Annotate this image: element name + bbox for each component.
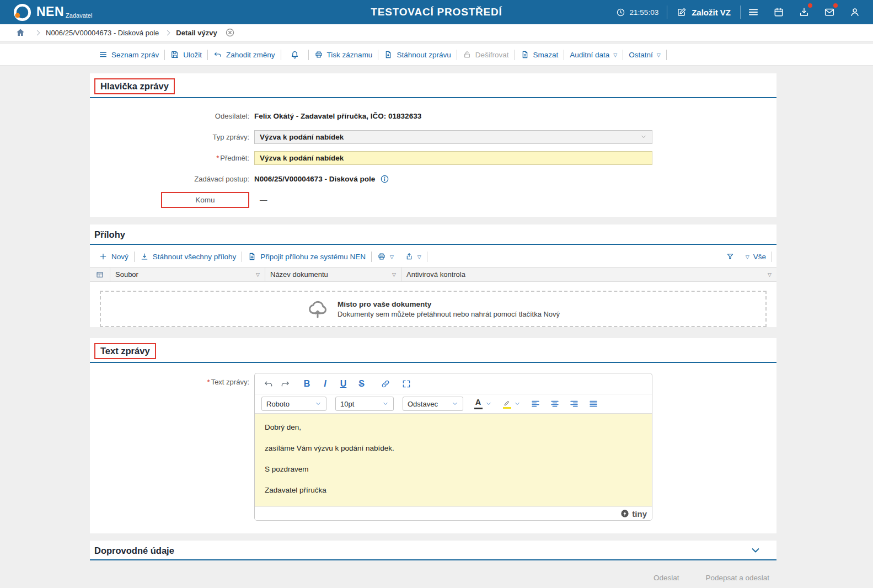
breadcrumb: N006/25/V00004673 - Disková pole Detail … [0, 24, 873, 41]
attachments-table-header: Soubor▽ Název dokumentu▽ Antivirová kont… [90, 267, 776, 282]
text-zpravy-label: Text zprávy: [211, 378, 249, 386]
novy-button[interactable]: Nový [93, 252, 134, 261]
predmet-input[interactable]: Výzva k podání nabídek [254, 151, 652, 165]
predmet-label: Předmět: [220, 154, 249, 162]
plus-icon [99, 252, 108, 261]
downloads-button[interactable] [791, 6, 817, 19]
font-family-select[interactable]: Roboto [261, 397, 326, 411]
editor-redo-button[interactable] [277, 377, 293, 391]
toolbar-band: Seznam zpráv Uložit Zahodit změny Tisk z… [0, 44, 873, 66]
ostatni-button[interactable]: Ostatní▽ [623, 51, 666, 59]
underline-button[interactable]: U [334, 379, 352, 389]
unlock-icon [463, 50, 472, 59]
bold-button[interactable]: B [298, 379, 316, 389]
calendar-button[interactable] [766, 6, 791, 19]
home-icon [15, 28, 25, 38]
pripojit-prilohu-button[interactable]: Připojit přílohu ze systému NEN [242, 252, 371, 261]
tiny-logo-icon [620, 509, 629, 518]
stahnout-zpravu-button[interactable]: Stáhnout zprávu [378, 50, 456, 59]
justify-button[interactable] [588, 397, 599, 411]
messages-button[interactable] [817, 6, 842, 19]
column-filter-icon[interactable]: ▽ [392, 272, 396, 277]
column-filter-icon[interactable]: ▽ [768, 272, 772, 277]
typ-zpravy-select[interactable]: Výzva k podání nabídek [254, 130, 652, 144]
editor-toolbar-primary: B I U S [255, 373, 652, 394]
italic-button[interactable]: I [316, 379, 334, 389]
editor-undo-button[interactable] [260, 377, 277, 391]
clock-value: 21:55:03 [630, 8, 659, 17]
close-tab-button[interactable] [222, 26, 238, 39]
column-header-nazev: Název dokumentu▽ [265, 268, 401, 281]
editor-content-area[interactable]: Dobrý den, zasíláme Vám výzvu k podání n… [255, 414, 652, 506]
font-size-select[interactable]: 10pt [335, 397, 394, 411]
fullscreen-button[interactable] [398, 377, 415, 391]
stahnout-vsechny-button[interactable]: Stáhnout všechny přílohy [135, 252, 242, 261]
align-right-button[interactable] [569, 397, 580, 411]
printer-icon [314, 50, 323, 59]
printer-icon [377, 252, 386, 261]
highlight-color-button[interactable] [502, 399, 521, 409]
table-options-button[interactable] [90, 268, 110, 281]
text-color-button[interactable]: A [473, 398, 492, 409]
section-title-prilohy: Přílohy [94, 229, 125, 239]
server-clock: 21:55:03 [608, 8, 667, 17]
editor-paragraph: zasíláme Vám výzvu k podání nabídek. [265, 444, 642, 452]
text-color-bar [474, 408, 483, 409]
odeslat-button[interactable]: Odeslat [654, 574, 679, 582]
cloud-upload-icon [307, 298, 329, 320]
smazat-button[interactable]: Smazat [515, 50, 564, 59]
export-menu-button[interactable]: ▽ [399, 252, 427, 261]
editor-paragraph: Dobrý den, [265, 423, 642, 431]
expand-chevron-icon[interactable] [750, 545, 761, 556]
zahodit-zmeny-button[interactable]: Zahodit změny [208, 50, 281, 59]
zalozit-vz-button[interactable]: Založit VZ [667, 7, 740, 17]
zadavaci-postup-value: N006/25/V00004673 - Disková pole [254, 175, 375, 183]
page-actions: Odeslat Podepsat a odeslat [90, 560, 776, 582]
message-header-panel: Hlavička zprávy Odesílatel: Felix Okátý … [90, 73, 776, 217]
chevron-right-icon [165, 30, 170, 35]
auditni-data-button[interactable]: Auditní data▽ [564, 51, 623, 59]
notifications-button[interactable] [281, 50, 308, 60]
user-icon [849, 7, 860, 18]
align-right-icon [569, 399, 579, 409]
redo-icon [280, 379, 290, 389]
separator [772, 252, 772, 262]
breadcrumb-procedure[interactable]: N006/25/V00004673 - Disková pole [46, 29, 159, 37]
form-row-typ-zpravy: Typ zprávy: Výzva k podání nabídek [90, 126, 776, 147]
nen-logo-home[interactable]: NEN Zadavatel [13, 3, 92, 22]
ulozit-button[interactable]: Uložit [165, 50, 207, 59]
dropdown-triangle-icon: ▽ [417, 255, 421, 260]
filter-button[interactable] [720, 252, 740, 261]
print-menu-button[interactable]: ▽ [372, 252, 399, 261]
dropdown-triangle-icon: ▽ [613, 53, 617, 58]
mail-icon [824, 7, 835, 18]
link-icon [381, 379, 390, 389]
form-row-zadavaci-postup: Zadávací postup: N006/25/V00004673 - Dis… [90, 168, 776, 189]
section-title-doprovodne: Doprovodné údaje [94, 546, 174, 556]
document-dropzone[interactable]: Místo pro vaše dokumenty Dokumenty sem m… [100, 291, 767, 327]
attach-file-icon [248, 252, 256, 261]
insert-link-button[interactable] [377, 377, 394, 391]
home-button[interactable] [12, 26, 29, 39]
bell-icon [290, 50, 299, 60]
vse-view-button[interactable]: ▽Vše [740, 253, 772, 261]
profile-button[interactable] [842, 6, 867, 19]
podepsat-a-odeslat-button[interactable]: Podepsat a odeslat [705, 574, 769, 582]
odesilatel-value: Felix Okátý - Zadavatel příručka, IČO: 0… [254, 112, 421, 120]
tisk-zaznamu-button[interactable]: Tisk záznamu [309, 50, 378, 59]
main-menu-button[interactable] [741, 6, 766, 19]
column-filter-icon[interactable]: ▽ [256, 272, 260, 277]
funnel-icon [726, 252, 735, 261]
komu-label: Komu [161, 192, 249, 208]
align-center-button[interactable] [549, 397, 560, 411]
chevron-down-icon [315, 400, 322, 407]
strikethrough-button[interactable]: S [352, 379, 371, 389]
save-icon [170, 50, 179, 59]
seznam-zprav-button[interactable]: Seznam zpráv [93, 50, 164, 59]
block-format-select[interactable]: Odstavec [403, 397, 463, 411]
info-icon[interactable] [380, 174, 389, 184]
brand-name: NEN [36, 6, 64, 18]
attachments-toolbar: Nový Stáhnout všechny přílohy Připojit p… [90, 246, 776, 267]
download-icon [140, 252, 149, 261]
align-left-button[interactable] [530, 397, 541, 411]
